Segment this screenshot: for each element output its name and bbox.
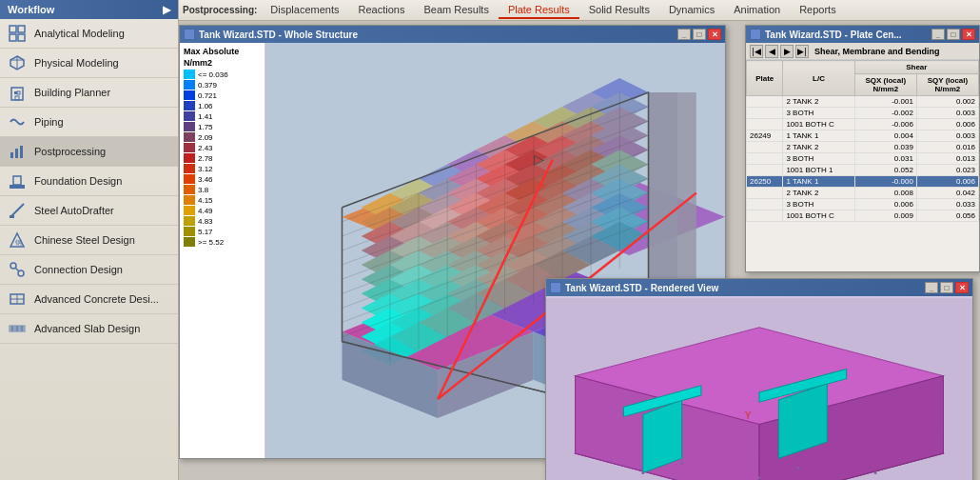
- plate-table-container[interactable]: Plate L/C Shear SQX (local)N/mm2 SQY (lo…: [746, 60, 979, 271]
- physical-modeling-icon: [8, 53, 27, 72]
- win-plate-close[interactable]: ✕: [962, 29, 975, 40]
- cell-sqy: 0.056: [916, 210, 978, 222]
- legend-label: 3.8: [198, 186, 208, 194]
- legend-item: 5.17: [184, 227, 261, 236]
- win-plate-minimize[interactable]: _: [931, 29, 945, 40]
- rendered-view[interactable]: Y: [546, 296, 972, 480]
- cell-lc: 1001 BOTH 1: [783, 165, 854, 176]
- legend-label: >= 5.52: [198, 238, 224, 247]
- sidebar-item-advanced-concrete[interactable]: Advanced Concrete Desi...: [0, 285, 178, 314]
- svg-point-177: [757, 476, 760, 479]
- legend-color-swatch: [184, 174, 195, 184]
- legend-item: 2.78: [184, 153, 261, 163]
- svg-line-16: [10, 204, 24, 217]
- svg-point-174: [641, 471, 644, 474]
- sidebar-item-postprocessing[interactable]: Postprocessing: [0, 137, 178, 167]
- sidebar-item-foundation-design[interactable]: Foundation Design: [0, 167, 178, 196]
- legend-item: 3.8: [184, 185, 261, 194]
- toolbar-btn-reactions[interactable]: Reactions: [349, 2, 415, 17]
- plate-nav-prev[interactable]: ◀: [765, 45, 778, 58]
- win-plate: Tank Wizard.STD - Plate Cen... _ □ ✕ |◀ …: [745, 25, 980, 272]
- legend-label: 0.721: [198, 91, 217, 100]
- sidebar-item-physical-modeling[interactable]: Physical Modeling: [0, 49, 178, 78]
- legend-color-swatch: [184, 122, 195, 131]
- legend-color-swatch: [184, 143, 195, 152]
- cell-sqx: -0.001: [854, 96, 916, 108]
- win-rendered-close[interactable]: ✕: [955, 282, 969, 293]
- svg-rect-12: [15, 149, 18, 158]
- advanced-concrete-icon: [8, 290, 27, 309]
- legend-item: 3.46: [184, 174, 261, 184]
- legend-color-swatch: [184, 70, 195, 79]
- plate-table-body: 2 TANK 2 -0.001 0.002 3 BOTH -0.002 0.00…: [747, 96, 979, 222]
- win-structure-maximize[interactable]: □: [693, 29, 706, 40]
- svg-rect-15: [13, 176, 21, 185]
- plate-nav-next[interactable]: ▶: [780, 45, 794, 58]
- legend-title: Max Absolute: [184, 47, 261, 56]
- legend-unit: N/mm2: [184, 58, 261, 68]
- sidebar-items: Analytical Modeling Physical Modeling Bu…: [0, 19, 178, 344]
- toolbar-btn-plate-results[interactable]: Plate Results: [499, 2, 579, 19]
- legend-color-swatch: [184, 216, 195, 226]
- cell-plate: [747, 142, 783, 153]
- legend-color-swatch: [184, 195, 195, 205]
- svg-rect-11: [10, 152, 13, 158]
- sidebar-item-steel-autodrafter[interactable]: Steel AutoDrafter: [0, 196, 178, 226]
- plate-nav-first[interactable]: |◀: [750, 45, 763, 58]
- plate-nav-last[interactable]: ▶|: [795, 45, 809, 58]
- foundation-design-label: Foundation Design: [34, 175, 122, 187]
- cell-sqx: 0.009: [854, 210, 916, 222]
- win-structure-minimize[interactable]: _: [677, 29, 691, 40]
- legend-label: 0.379: [198, 81, 217, 90]
- cell-sqx: 0.052: [854, 165, 916, 176]
- toolbar-btn-displacements[interactable]: Displacements: [261, 2, 348, 17]
- advanced-slab-label: Advanced Slab Design: [34, 323, 140, 334]
- toolbar-btn-beam-results[interactable]: Beam Results: [414, 2, 498, 17]
- svg-rect-2: [10, 34, 16, 41]
- sidebar-item-connection-design[interactable]: Connection Design: [0, 255, 178, 285]
- sidebar-item-piping[interactable]: Piping: [0, 108, 178, 137]
- cell-sqx: 0.008: [854, 188, 916, 199]
- legend-color-swatch: [184, 80, 195, 90]
- svg-point-180: [874, 471, 877, 474]
- win-rendered-maximize[interactable]: □: [940, 282, 953, 293]
- toolbar-btn-reports[interactable]: Reports: [790, 2, 846, 17]
- legend-items: <= 0.036 0.379 0.721 1.06 1.41 1.75 2.09…: [184, 70, 261, 247]
- win-rendered-minimize[interactable]: _: [925, 282, 938, 293]
- connection-design-icon: [8, 260, 27, 279]
- cell-lc: 2 TANK 2: [783, 142, 854, 153]
- svg-rect-17: [10, 215, 14, 218]
- legend-color-swatch: [184, 101, 195, 110]
- col-sqy: SQY (local)N/mm2: [916, 74, 978, 96]
- legend-label: 4.83: [198, 217, 213, 226]
- table-row: 26249 1 TANK 1 0.004 0.003: [747, 130, 979, 142]
- legend-item: 3.12: [184, 164, 261, 173]
- connection-design-label: Connection Design: [34, 264, 123, 275]
- cell-plate: [747, 108, 783, 119]
- win-structure-close[interactable]: ✕: [708, 29, 721, 40]
- win-plate-titlebar: Tank Wizard.STD - Plate Cen... _ □ ✕: [746, 26, 979, 43]
- table-row: 1001 BOTH C 0.009 0.056: [747, 210, 979, 222]
- sidebar-item-chinese-steel-design[interactable]: 钢 Chinese Steel Design: [0, 226, 178, 255]
- sidebar-item-analytical-modeling[interactable]: Analytical Modeling: [0, 19, 178, 49]
- sidebar-item-building-planner[interactable]: Building Planner: [0, 78, 178, 108]
- cell-sqx: -0.006: [854, 119, 916, 130]
- win-plate-maximize[interactable]: □: [947, 29, 960, 40]
- cell-plate: [747, 96, 783, 108]
- advanced-slab-icon: [8, 319, 27, 338]
- legend-label: 1.75: [198, 123, 213, 131]
- sidebar-item-advanced-slab[interactable]: Advanced Slab Design: [0, 314, 178, 344]
- toolbar-btn-animation[interactable]: Animation: [724, 2, 790, 17]
- toolbar-btn-dynamics[interactable]: Dynamics: [659, 2, 724, 17]
- chinese-steel-design-icon: 钢: [8, 230, 27, 250]
- toolbar-btn-solid-results[interactable]: Solid Results: [579, 2, 659, 17]
- sidebar-expand-icon[interactable]: ▶: [163, 4, 170, 16]
- postprocessing-label: Postprocessing: [34, 146, 106, 157]
- toolbar: Postprocessing: DisplacementsReactionsBe…: [179, 0, 980, 21]
- legend-item: 4.83: [184, 216, 261, 226]
- table-row: 2 TANK 2 -0.001 0.002: [747, 96, 979, 108]
- win-structure-title: Tank Wizard.STD - Whole Structure: [199, 30, 358, 40]
- table-row: 26250 1 TANK 1 -0.000 0.006: [747, 176, 979, 188]
- cell-sqy: 0.003: [916, 130, 978, 142]
- cell-sqx: 0.039: [854, 142, 916, 153]
